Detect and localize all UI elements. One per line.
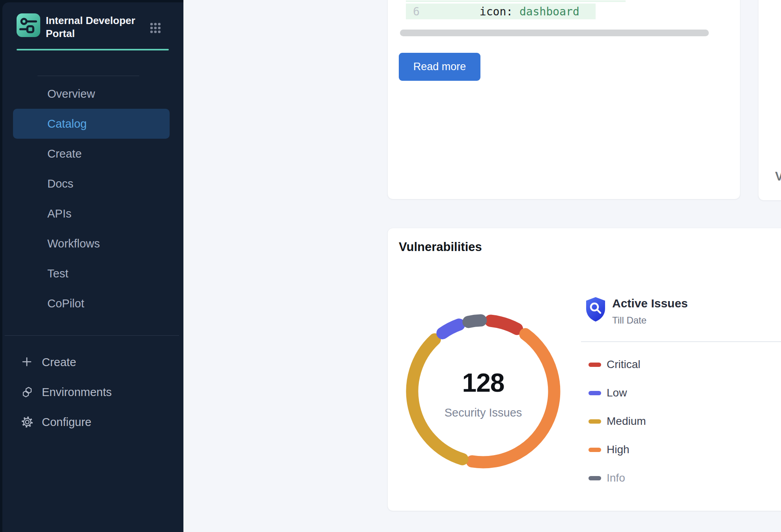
footer-item-environments[interactable]: Environments: [13, 377, 170, 407]
code-text: icon: dashboard: [480, 5, 579, 18]
donut-center-label: Security Issues: [404, 406, 562, 419]
donut-segment-high: [472, 334, 554, 462]
security-issues-donut-chart: 128 Security Issues: [404, 313, 562, 470]
legend-label: Critical: [607, 358, 641, 371]
catalog-info-card: 6 icon: dashboard Read more: [387, 0, 740, 199]
nav-divider-bottom: [5, 335, 179, 336]
horizontal-scrollbar[interactable]: [400, 30, 709, 36]
legend-label: High: [607, 443, 630, 456]
severity-legend: Critical9 (7.0%)Low6 (4.7%)Medium48 (37.…: [581, 350, 781, 492]
hexagons-icon: [21, 386, 33, 398]
vulnerabilities-card: Vulnerabilities 128 Security Issues: [387, 228, 781, 511]
legend-swatch: [589, 419, 601, 424]
sidebar-nav: OverviewCatalogCreateDocsAPIsWorkflowsTe…: [13, 79, 170, 318]
main-content: 6 icon: dashboard Read more View graph V…: [183, 0, 781, 532]
sidebar-footer: CreateEnvironmentsConfigure: [13, 347, 170, 437]
active-issues-subtitle: Till Date: [612, 315, 688, 326]
legend-swatch: [589, 363, 601, 367]
donut-segment-low: [443, 325, 459, 333]
active-issues-header: Active Issues Till Date 128: [581, 296, 781, 326]
vulnerabilities-title: Vulnerabilities: [399, 240, 482, 254]
donut-segment-info: [469, 320, 481, 322]
read-more-button[interactable]: Read more: [399, 53, 480, 81]
legend-row-low: Low6 (4.7%): [581, 379, 781, 407]
summary-divider: [581, 341, 781, 342]
footer-item-create[interactable]: Create: [13, 347, 170, 377]
legend-row-medium: Medium48 (37.5%): [581, 407, 781, 435]
nav-divider-top: [37, 76, 139, 76]
donut-center-value: 128: [404, 368, 562, 398]
legend-swatch: [589, 448, 601, 452]
footer-item-label: Environments: [42, 386, 112, 399]
code-line-number: 6: [413, 5, 420, 18]
shield-search-icon: [584, 296, 607, 323]
active-issues-title: Active Issues: [612, 297, 688, 310]
view-graph-link[interactable]: View graph: [775, 169, 781, 184]
footer-item-configure[interactable]: Configure: [13, 407, 170, 437]
sidebar-item-test[interactable]: Test: [13, 259, 170, 288]
legend-row-critical: Critical9 (7.0%): [581, 350, 781, 379]
gear-icon: [21, 416, 33, 428]
legend-label: Medium: [607, 415, 646, 428]
view-graph-label: View graph: [775, 169, 781, 184]
sidebar-item-workflows[interactable]: Workflows: [13, 229, 170, 259]
sidebar-item-create[interactable]: Create: [13, 139, 170, 169]
vulnerabilities-summary: Active Issues Till Date 128 Critical9 (7…: [581, 228, 781, 511]
sidebar: Internal Developer Portal OverviewCatalo…: [0, 0, 183, 532]
brand-underline: [17, 49, 169, 50]
donut-segment-medium: [412, 339, 462, 459]
app-logo-icon: [17, 13, 40, 37]
sidebar-item-apis[interactable]: APIs: [13, 199, 170, 229]
plus-icon: [21, 356, 33, 368]
sidebar-item-catalog[interactable]: Catalog: [13, 109, 170, 139]
legend-label: Low: [607, 387, 627, 399]
active-issues-text: Active Issues Till Date: [612, 296, 688, 326]
legend-label: Info: [607, 472, 625, 484]
sidebar-item-overview[interactable]: Overview: [13, 79, 170, 109]
legend-swatch: [589, 476, 601, 480]
footer-item-label: Create: [42, 356, 76, 369]
legend-row-high: High61 (47.7%): [581, 435, 781, 464]
footer-item-label: Configure: [42, 416, 92, 429]
sidebar-item-copilot[interactable]: CoPilot: [13, 288, 170, 318]
app-title: Internal Developer Portal: [46, 14, 136, 40]
donut-segment-critical: [491, 321, 517, 329]
code-line-partial: [406, 0, 626, 2]
code-line-highlighted: 6 icon: dashboard: [406, 4, 596, 19]
apps-grid-icon[interactable]: [149, 22, 161, 34]
sidebar-item-docs[interactable]: Docs: [13, 169, 170, 199]
legend-swatch: [589, 391, 601, 395]
legend-row-info: Info4 (3.1%): [581, 464, 781, 492]
graph-card: View graph: [758, 0, 781, 201]
